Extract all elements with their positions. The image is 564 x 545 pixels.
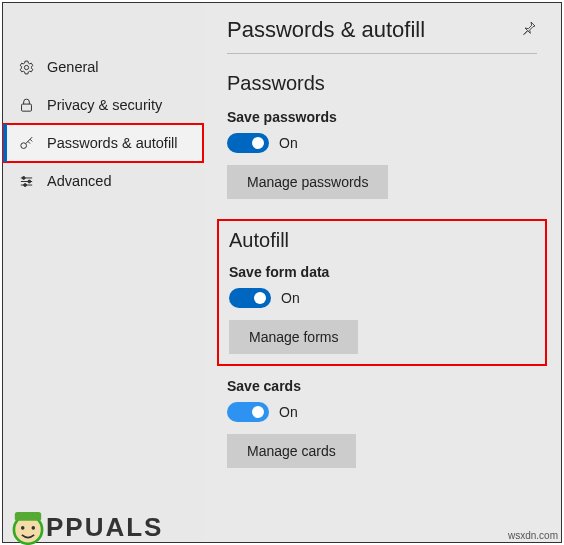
- manage-forms-button[interactable]: Manage forms: [229, 320, 358, 354]
- save-passwords-toggle-row: On: [227, 133, 537, 153]
- pin-icon[interactable]: [521, 20, 537, 40]
- svg-point-9: [32, 526, 36, 530]
- sidebar-item-label: Advanced: [47, 173, 112, 189]
- sliders-icon: [17, 172, 35, 190]
- svg-point-0: [24, 65, 28, 69]
- svg-point-4: [27, 180, 30, 183]
- page-title: Passwords & autofill: [227, 17, 425, 43]
- brand-watermark: PPUALS: [6, 499, 163, 543]
- settings-window: General Privacy & security Passwords & a…: [2, 2, 562, 543]
- mascot-icon: [6, 505, 50, 545]
- section-passwords: Passwords Save passwords On Manage passw…: [227, 72, 537, 219]
- save-cards-state: On: [279, 404, 298, 420]
- svg-point-8: [21, 526, 25, 530]
- sidebar-item-general[interactable]: General: [3, 48, 203, 86]
- save-passwords-state: On: [279, 135, 298, 151]
- svg-rect-7: [15, 512, 41, 521]
- save-passwords-toggle[interactable]: [227, 133, 269, 153]
- save-passwords-label: Save passwords: [227, 109, 537, 125]
- sidebar-item-label: General: [47, 59, 99, 75]
- manage-cards-button[interactable]: Manage cards: [227, 434, 356, 468]
- gear-icon: [17, 58, 35, 76]
- manage-passwords-button[interactable]: Manage passwords: [227, 165, 388, 199]
- settings-sidebar: General Privacy & security Passwords & a…: [3, 3, 203, 542]
- sidebar-item-label: Privacy & security: [47, 97, 162, 113]
- lock-icon: [17, 96, 35, 114]
- svg-point-2: [20, 142, 26, 148]
- save-form-data-label: Save form data: [229, 264, 535, 280]
- autofill-highlight-box: Autofill Save form data On Manage forms: [217, 219, 547, 366]
- sidebar-item-privacy[interactable]: Privacy & security: [3, 86, 203, 124]
- brand-text: PPUALS: [46, 512, 163, 543]
- save-cards-label: Save cards: [227, 378, 537, 394]
- divider: [227, 53, 537, 54]
- save-form-data-state: On: [281, 290, 300, 306]
- save-form-data-toggle-row: On: [229, 288, 535, 308]
- page-header: Passwords & autofill: [227, 17, 537, 43]
- save-cards-toggle[interactable]: [227, 402, 269, 422]
- svg-point-3: [22, 176, 25, 179]
- image-attribution: wsxdn.com: [508, 530, 558, 541]
- save-cards-toggle-row: On: [227, 402, 537, 422]
- settings-main: Passwords & autofill Passwords Save pass…: [203, 3, 561, 542]
- section-heading-passwords: Passwords: [227, 72, 537, 95]
- svg-point-5: [23, 183, 26, 186]
- sidebar-item-passwords-autofill[interactable]: Passwords & autofill: [3, 124, 203, 162]
- key-icon: [17, 134, 35, 152]
- save-form-data-toggle[interactable]: [229, 288, 271, 308]
- sidebar-item-label: Passwords & autofill: [47, 135, 178, 151]
- sidebar-item-advanced[interactable]: Advanced: [3, 162, 203, 200]
- section-heading-autofill: Autofill: [229, 229, 535, 252]
- svg-rect-1: [21, 104, 31, 111]
